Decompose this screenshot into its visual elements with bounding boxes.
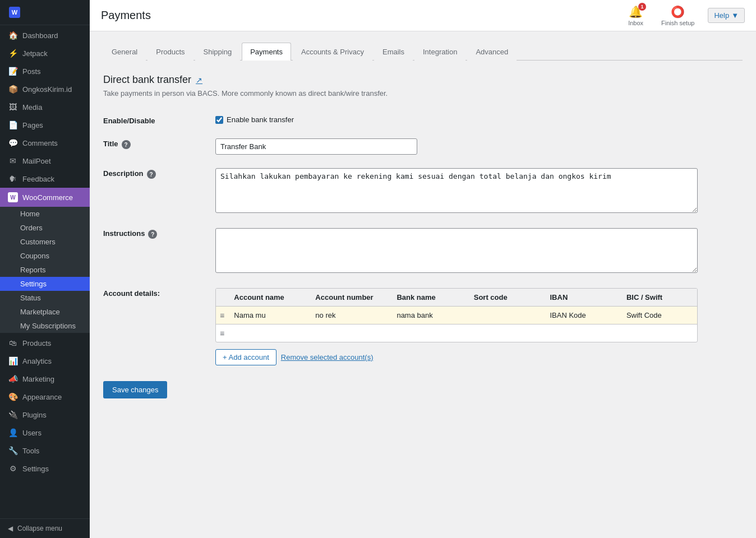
tab-payments[interactable]: Payments bbox=[242, 43, 291, 61]
sidebar-item-label: Analytics bbox=[22, 357, 52, 365]
tab-advanced[interactable]: Advanced bbox=[467, 43, 517, 61]
sidebar-item-jetpack[interactable]: ⚡ Jetpack bbox=[0, 44, 90, 62]
sidebar-item-ongkoskirim[interactable]: 📦 OngkosKirim.id bbox=[0, 80, 90, 98]
cell-iban[interactable] bbox=[545, 307, 621, 324]
input-account-name-2[interactable] bbox=[228, 324, 310, 342]
collapse-icon: ◀ bbox=[8, 525, 13, 532]
sidebar-collapse-button[interactable]: ◀ Collapse menu bbox=[0, 518, 90, 538]
enable-bank-transfer-checkbox[interactable] bbox=[215, 116, 223, 124]
tab-general[interactable]: General bbox=[103, 43, 146, 61]
input-account-number[interactable] bbox=[310, 307, 391, 324]
section-description: Take payments in person via BACS. More c… bbox=[103, 89, 743, 98]
description-row: Description ? Silahkan lakukan pembayara… bbox=[103, 161, 743, 221]
sidebar-sub-reports[interactable]: Reports bbox=[0, 263, 90, 277]
sidebar-sub-settings[interactable]: Settings bbox=[0, 277, 90, 291]
section-title-text: Direct bank transfer bbox=[103, 74, 191, 86]
tab-integration[interactable]: Integration bbox=[414, 43, 465, 61]
account-details-row: Account details: Account name Account nu… bbox=[103, 281, 743, 372]
save-changes-button[interactable]: Save changes bbox=[103, 381, 167, 398]
main-area: Payments 🔔 1 Inbox ⭕ Finish setup Help ▼… bbox=[90, 0, 756, 538]
input-account-number-2[interactable] bbox=[310, 324, 391, 342]
input-bic-swift[interactable] bbox=[621, 307, 697, 324]
inbox-button[interactable]: 🔔 1 Inbox bbox=[624, 3, 648, 29]
sidebar-item-feedback[interactable]: 🗣 Feedback bbox=[0, 170, 90, 188]
sidebar-sub-coupons[interactable]: Coupons bbox=[0, 249, 90, 263]
sidebar-item-label: OngkosKirim.id bbox=[22, 85, 72, 94]
sidebar-sub-status[interactable]: Status bbox=[0, 291, 90, 305]
input-bank-name-2[interactable] bbox=[391, 324, 468, 342]
sidebar-item-label: Dashboard bbox=[22, 31, 58, 40]
plugins-icon: 🔌 bbox=[8, 410, 18, 419]
sidebar-item-posts[interactable]: 📝 Posts bbox=[0, 62, 90, 80]
sidebar-sub-orders[interactable]: Orders bbox=[0, 221, 90, 235]
title-help-icon[interactable]: ? bbox=[122, 140, 131, 149]
input-sort-code[interactable] bbox=[468, 307, 545, 324]
tab-accounts-privacy[interactable]: Accounts & Privacy bbox=[293, 43, 372, 61]
cell-sort-code[interactable] bbox=[468, 307, 545, 324]
input-bank-name[interactable] bbox=[391, 307, 468, 324]
add-account-button[interactable]: + Add account bbox=[215, 349, 276, 365]
drag-handle[interactable]: ≡ bbox=[216, 324, 228, 342]
sidebar-item-plugins[interactable]: 🔌 Plugins bbox=[0, 406, 90, 424]
sidebar-item-appearance[interactable]: 🎨 Appearance bbox=[0, 388, 90, 406]
sidebar-item-marketing[interactable]: 📣 Marketing bbox=[0, 370, 90, 388]
sidebar-item-settings-wp[interactable]: ⚙ Settings bbox=[0, 460, 90, 477]
topbar: Payments 🔔 1 Inbox ⭕ Finish setup Help ▼ bbox=[90, 0, 756, 31]
drag-handle[interactable]: ≡ bbox=[216, 307, 228, 324]
sidebar-item-label: Users bbox=[22, 429, 42, 437]
description-label: Description ? bbox=[103, 161, 215, 221]
account-table-body: ≡ ≡ bbox=[216, 307, 697, 342]
sidebar-item-label: MailPoet bbox=[22, 157, 51, 165]
sidebar-item-mailpoet[interactable]: ✉ MailPoet bbox=[0, 152, 90, 170]
cell-bank-name-2[interactable] bbox=[391, 324, 468, 342]
account-table-wrapper: Account name Account number Bank name So… bbox=[215, 288, 698, 342]
sidebar-item-label: Tools bbox=[22, 447, 39, 455]
finish-setup-icon: ⭕ bbox=[671, 5, 685, 18]
description-textarea[interactable]: Silahkan lakukan pembayaran ke rekening … bbox=[215, 168, 698, 213]
sidebar-item-products[interactable]: 🛍 Products bbox=[0, 334, 90, 352]
sidebar-item-tools[interactable]: 🔧 Tools bbox=[0, 442, 90, 460]
cell-sort-code-2[interactable] bbox=[468, 324, 545, 342]
sidebar-item-users[interactable]: 👤 Users bbox=[0, 424, 90, 442]
tab-shipping[interactable]: Shipping bbox=[195, 43, 241, 61]
cell-account-number-2[interactable] bbox=[310, 324, 391, 342]
cell-bic-swift-2[interactable] bbox=[621, 324, 697, 342]
description-help-icon[interactable]: ? bbox=[147, 170, 156, 179]
cell-account-number[interactable] bbox=[310, 307, 391, 324]
sidebar-item-pages[interactable]: 📄 Pages bbox=[0, 116, 90, 134]
section-title-link[interactable]: ↗ bbox=[196, 76, 202, 85]
account-table-header-row: Account name Account number Bank name So… bbox=[216, 289, 697, 307]
sidebar-item-label: Appearance bbox=[22, 393, 62, 401]
sidebar-item-dashboard[interactable]: 🏠 Dashboard bbox=[0, 26, 90, 44]
sidebar-item-media[interactable]: 🖼 Media bbox=[0, 98, 90, 116]
instructions-help-icon[interactable]: ? bbox=[148, 230, 157, 239]
cell-account-name-2[interactable] bbox=[228, 324, 310, 342]
enable-checkbox-text: Enable bank transfer bbox=[227, 115, 294, 124]
instructions-textarea[interactable] bbox=[215, 228, 698, 273]
sidebar-item-comments[interactable]: 💬 Comments bbox=[0, 134, 90, 152]
title-input[interactable] bbox=[215, 138, 417, 155]
enable-checkbox-label[interactable]: Enable bank transfer bbox=[215, 115, 743, 124]
inbox-label: Inbox bbox=[628, 20, 643, 26]
sidebar-woocommerce-header[interactable]: W WooCommerce bbox=[0, 188, 90, 207]
cell-bic-swift[interactable] bbox=[621, 307, 697, 324]
help-button[interactable]: Help ▼ bbox=[708, 8, 745, 23]
input-iban-2[interactable] bbox=[545, 324, 621, 342]
sidebar-sub-marketplace[interactable]: Marketplace bbox=[0, 305, 90, 319]
sidebar-sub-home[interactable]: Home bbox=[0, 207, 90, 221]
remove-account-button[interactable]: Remove selected account(s) bbox=[281, 349, 374, 365]
table-row: ≡ bbox=[216, 324, 697, 342]
input-account-name[interactable] bbox=[228, 307, 310, 324]
cell-iban-2[interactable] bbox=[545, 324, 621, 342]
input-iban[interactable] bbox=[545, 307, 621, 324]
cell-account-name[interactable] bbox=[228, 307, 310, 324]
tab-products[interactable]: Products bbox=[147, 43, 193, 61]
cell-bank-name[interactable] bbox=[391, 307, 468, 324]
finish-setup-button[interactable]: ⭕ Finish setup bbox=[657, 3, 699, 29]
sidebar-sub-customers[interactable]: Customers bbox=[0, 235, 90, 249]
sidebar-item-analytics[interactable]: 📊 Analytics bbox=[0, 352, 90, 370]
input-bic-swift-2[interactable] bbox=[621, 324, 697, 342]
input-sort-code-2[interactable] bbox=[468, 324, 545, 342]
tab-emails[interactable]: Emails bbox=[374, 43, 413, 61]
sidebar-sub-subscriptions[interactable]: My Subscriptions bbox=[0, 319, 90, 333]
